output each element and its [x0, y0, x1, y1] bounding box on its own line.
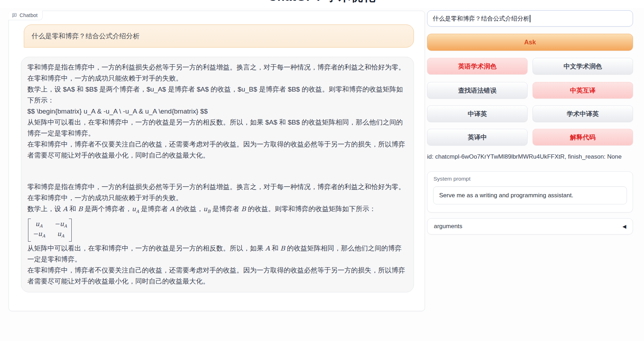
chatbot-label: Chatbot [9, 11, 43, 20]
quick-button-zh-en-mutual-translate[interactable]: 中英互译 [533, 82, 633, 99]
chatbot-messages[interactable]: 什么是零和博弈？结合公式介绍分析 零和博弈是指在博弈中，一方的利益损失必然等于另… [9, 11, 425, 311]
bot-rendered-paragraph-1: 零和博弈是指在博弈中，一方的利益损失必然等于另一方的利益增益。换言之，对于每一种… [27, 181, 408, 203]
math-var: u [203, 205, 207, 213]
user-message-text: 什么是零和博弈？结合公式介绍分析 [32, 32, 140, 40]
clipped-app-title: ChatGPT 学术优化 [0, 0, 644, 4]
message-gap [27, 161, 408, 181]
text-caret [530, 15, 530, 22]
system-prompt-value: Serve me as a writing and programming as… [439, 192, 573, 199]
math-var: B [241, 205, 246, 213]
math-var: A [265, 244, 270, 252]
system-prompt-input[interactable]: Serve me as a writing and programming as… [433, 186, 627, 204]
bot-rendered-paragraph-5: 在零和博弈中，博弈者不仅要关注自己的收益，还需要考虑对手的收益。因为一方取得的收… [27, 265, 408, 287]
chatbot-label-text: Chatbot [20, 12, 38, 18]
math-var: A [63, 205, 67, 213]
bot-raw-latex-matrix: $$ \begin{bmatrix} u_A & -u_A \ -u_A & u… [27, 106, 408, 117]
quick-button-academic-zh-to-en[interactable]: 学术中译英 [533, 105, 633, 122]
system-prompt-label: System prompt [433, 176, 470, 182]
prompt-input-value: 什么是零和博弈？结合公式介绍分析 [433, 15, 529, 23]
payoff-matrix: uA −uA −uA uA [28, 219, 72, 242]
user-message-bubble: 什么是零和博弈？结合公式介绍分析 [24, 24, 414, 48]
quick-button-zh-to-en[interactable]: 中译英 [427, 105, 528, 122]
quick-button-find-grammar-errors[interactable]: 查找语法错误 [427, 82, 528, 99]
bot-raw-paragraph-2: 数学上，设 $A$ 和 $B$ 是两个博弈者，$u_A$ 是博弈者 $A$ 的收… [27, 84, 408, 106]
chatbot-panel: Chatbot 什么是零和博弈？结合公式介绍分析 零和博弈是指在博弈中，一方的利… [9, 11, 425, 311]
status-line: id: chatcmpl-6wOo7KrYTwMl89lbrMWRu4UkFFX… [427, 153, 640, 160]
quick-button-en-to-zh[interactable]: 英译中 [427, 129, 528, 145]
quick-button-explain-code[interactable]: 解释代码 [533, 129, 633, 145]
chat-bubble-icon [12, 13, 17, 18]
arguments-accordion[interactable]: arguments ◀ [427, 218, 633, 235]
math-var: B [78, 205, 83, 213]
bot-raw-paragraph-1: 零和博弈是指在博弈中，一方的利益损失必然等于另一方的利益增益。换言之，对于每一种… [27, 62, 408, 84]
quick-button-english-academic-polish[interactable]: 英语学术润色 [427, 58, 528, 75]
math-var: u [132, 205, 136, 213]
bot-message-bubble: 零和博弈是指在博弈中，一方的利益损失必然等于另一方的利益增益。换言之，对于每一种… [21, 57, 414, 292]
system-prompt-block: System prompt Serve me as a writing and … [427, 171, 633, 213]
ask-button[interactable]: Ask [427, 34, 633, 51]
bot-raw-paragraph-4: 从矩阵中可以看出，在零和博弈中，一方的收益是另一方的相反数。所以，如果 $A$ … [27, 117, 408, 139]
bot-rendered-paragraph-2: 数学上，设 A 和 B 是两个博弈者，uA 是博弈者 A 的收益，uB 是博弈者… [27, 203, 408, 217]
quick-button-chinese-academic-polish[interactable]: 中文学术润色 [533, 58, 633, 75]
math-var: A [170, 205, 174, 213]
arguments-label: arguments [434, 223, 462, 230]
prompt-input[interactable]: 什么是零和博弈？结合公式介绍分析 [427, 10, 633, 27]
bot-raw-paragraph-5: 在零和博弈中，博弈者不仅要关注自己的收益，还需要考虑对手的收益。因为一方取得的收… [27, 139, 408, 161]
math-var: B [280, 244, 285, 252]
collapse-arrow-icon[interactable]: ◀ [622, 224, 626, 229]
payoff-matrix-row: uA −uA −uA uA [27, 217, 408, 243]
bot-rendered-paragraph-4: 从矩阵中可以看出，在零和博弈中，一方的收益是另一方的相反数。所以，如果 A 和 … [27, 243, 408, 265]
